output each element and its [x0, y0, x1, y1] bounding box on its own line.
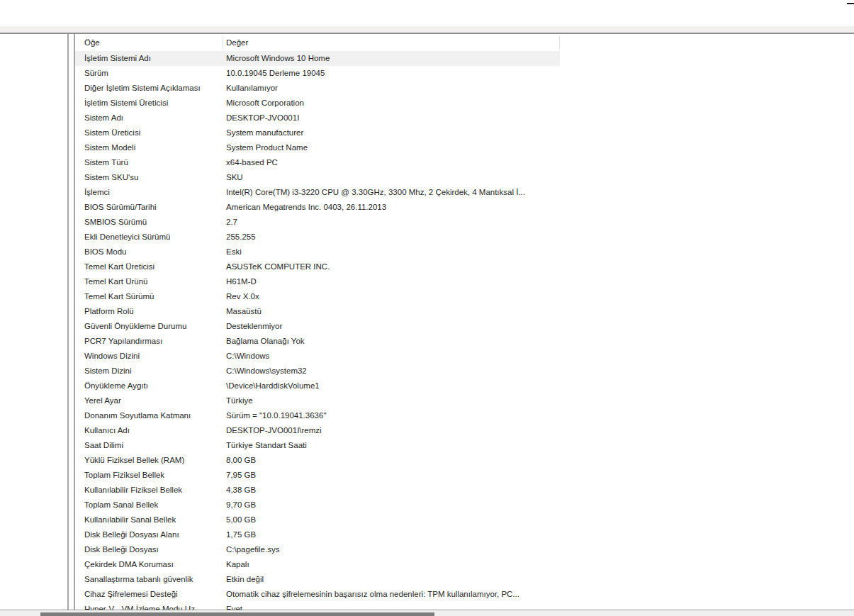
- table-row[interactable]: Sistem Üreticisi System manufacturer: [75, 125, 560, 140]
- value-cell: Kapalı: [226, 557, 249, 572]
- table-row[interactable]: Çekirdek DMA Koruması Kapalı: [75, 557, 560, 572]
- item-cell: Temel Kart Sürümü: [84, 289, 224, 304]
- value-cell: x64-based PC: [226, 155, 278, 170]
- item-cell: Kullanıcı Adı: [84, 423, 224, 438]
- column-header-value[interactable]: Değer: [226, 34, 248, 51]
- value-cell: Microsoft Windows 10 Home: [226, 51, 330, 66]
- item-cell: Sürüm: [84, 66, 224, 81]
- table-row[interactable]: Sistem SKU'su SKU: [75, 170, 560, 185]
- table-row[interactable]: Disk Belleği Dosyası C:\pagefile.sys: [75, 542, 560, 557]
- table-row[interactable]: Hyper-V - VM İzleme Modu Uz... Evet: [75, 602, 560, 610]
- item-cell: Toplam Sanal Bellek: [84, 498, 224, 513]
- system-summary-panel: Öğe Değer İşletim Sistemi Adı Microsoft …: [74, 34, 854, 610]
- value-cell: Otomatik cihaz şifrelemesinin başarısız …: [226, 587, 519, 602]
- table-row[interactable]: Önyükleme Aygıtı \Device\HarddiskVolume1: [75, 379, 560, 393]
- item-cell: Ekli Denetleyici Sürümü: [84, 230, 224, 245]
- value-cell: DESKTOP-JVO001I: [226, 111, 299, 125]
- value-cell: Masaüstü: [226, 304, 262, 319]
- value-cell: 7,95 GB: [226, 468, 256, 483]
- minimize-icon[interactable]: [847, 3, 854, 4]
- item-cell: Diğer İşletim Sistemi Açıklaması: [84, 81, 224, 96]
- table-row[interactable]: Cihaz Şifrelemesi Desteği Otomatik cihaz…: [75, 587, 560, 602]
- item-cell: Güvenli Önyükleme Durumu: [84, 319, 224, 334]
- table-row[interactable]: Temel Kart Sürümü Rev X.0x: [75, 289, 560, 304]
- item-cell: Çekirdek DMA Koruması: [84, 557, 224, 572]
- table-row[interactable]: Sistem Adı DESKTOP-JVO001I: [75, 111, 560, 125]
- item-cell: Yüklü Fiziksel Bellek (RAM): [84, 453, 224, 468]
- value-cell: Desteklenmiyor: [226, 319, 282, 334]
- item-cell: Cihaz Şifrelemesi Desteği: [84, 587, 224, 602]
- item-cell: Hyper-V - VM İzleme Modu Uz...: [84, 602, 224, 610]
- table-row[interactable]: Saat Dilimi Türkiye Standart Saati: [75, 438, 560, 453]
- value-cell: 9,70 GB: [226, 498, 256, 513]
- table-row[interactable]: PCR7 Yapılandırması Bağlama Olanağı Yok: [75, 334, 560, 349]
- item-cell: Toplam Fiziksel Bellek: [84, 468, 224, 483]
- table-row[interactable]: BIOS Modu Eski: [75, 245, 560, 259]
- value-cell: C:\Windows\system32: [226, 364, 307, 379]
- table-row[interactable]: BIOS Sürümü/Tarihi American Megatrends I…: [75, 200, 560, 215]
- table-row[interactable]: Yüklü Fiziksel Bellek (RAM) 8,00 GB: [75, 453, 560, 468]
- window-bottom-border: [0, 610, 854, 610]
- value-cell: Türkiye: [226, 393, 253, 408]
- table-row[interactable]: Windows Dizini C:\Windows: [75, 349, 560, 364]
- table-row[interactable]: Sistem Modeli System Product Name: [75, 140, 560, 155]
- panel-splitter[interactable]: [69, 34, 74, 610]
- item-cell: Önyükleme Aygıtı: [84, 379, 224, 393]
- table-row[interactable]: Sistem Türü x64-based PC: [75, 155, 560, 170]
- item-cell: Sanallaştırma tabanlı güvenlik: [84, 572, 224, 587]
- column-divider: [223, 36, 223, 50]
- table-row[interactable]: Sistem Dizini C:\Windows\system32: [75, 364, 560, 379]
- value-cell: 4,38 GB: [226, 483, 256, 498]
- table-row[interactable]: İşletim Sistemi Üreticisi Microsoft Corp…: [75, 96, 560, 111]
- table-row[interactable]: Sanallaştırma tabanlı güvenlik Etkin değ…: [75, 572, 560, 587]
- value-cell: Türkiye Standart Saati: [226, 438, 307, 453]
- toolbar-bottom-edge: [0, 26, 854, 34]
- value-cell: C:\pagefile.sys: [226, 542, 279, 557]
- scrollbar-thumb[interactable]: [40, 612, 434, 616]
- item-cell: Donanım Soyutlama Katmanı: [84, 408, 224, 423]
- item-cell: Platform Rolü: [84, 304, 224, 319]
- value-cell: Rev X.0x: [226, 289, 259, 304]
- value-cell: Microsoft Corporation: [226, 96, 304, 111]
- value-cell: H61M-D: [226, 274, 257, 289]
- table-row[interactable]: Temel Kart Ürünü H61M-D: [75, 274, 560, 289]
- value-cell: 5,00 GB: [226, 513, 256, 527]
- value-cell: C:\Windows: [226, 349, 269, 364]
- value-cell: Etkin değil: [226, 572, 264, 587]
- item-cell: Saat Dilimi: [84, 438, 224, 453]
- item-cell: SMBIOS Sürümü: [84, 215, 224, 230]
- table-row[interactable]: Toplam Sanal Bellek 9,70 GB: [75, 498, 560, 513]
- table-row[interactable]: Yerel Ayar Türkiye: [75, 393, 560, 408]
- item-cell: Kullanılabilir Sanal Bellek: [84, 513, 224, 527]
- column-header-item[interactable]: Öğe: [84, 34, 100, 51]
- item-cell: Sistem Türü: [84, 155, 224, 170]
- table-row[interactable]: Donanım Soyutlama Katmanı Sürüm = "10.0.…: [75, 408, 560, 423]
- value-cell: Intel(R) Core(TM) i3-3220 CPU @ 3.30GHz,…: [226, 185, 525, 200]
- table-row[interactable]: Kullanıcı Adı DESKTOP-JVO001I\remzi: [75, 423, 560, 438]
- item-cell: Windows Dizini: [84, 349, 224, 364]
- table-row[interactable]: Sürüm 10.0.19045 Derleme 19045: [75, 66, 560, 81]
- table-row[interactable]: Ekli Denetleyici Sürümü 255.255: [75, 230, 560, 245]
- table-row[interactable]: Diğer İşletim Sistemi Açıklaması Kullanı…: [75, 81, 560, 96]
- table-row[interactable]: Temel Kart Üreticisi ASUSTeK COMPUTER IN…: [75, 259, 560, 274]
- value-cell: 1,75 GB: [226, 527, 256, 542]
- table-row[interactable]: SMBIOS Sürümü 2.7: [75, 215, 560, 230]
- table-row[interactable]: İşlemci Intel(R) Core(TM) i3-3220 CPU @ …: [75, 185, 560, 200]
- table-row[interactable]: Toplam Fiziksel Bellek 7,95 GB: [75, 468, 560, 483]
- navigation-tree-panel[interactable]: [0, 34, 69, 610]
- item-cell: Sistem Modeli: [84, 140, 224, 155]
- table-row[interactable]: Güvenli Önyükleme Durumu Desteklenmiyor: [75, 319, 560, 334]
- value-cell: 8,00 GB: [226, 453, 256, 468]
- item-cell: Temel Kart Ürünü: [84, 274, 224, 289]
- item-cell: Disk Belleği Dosyası: [84, 542, 224, 557]
- value-cell: Evet: [226, 602, 242, 610]
- table-row[interactable]: Kullanılabilir Sanal Bellek 5,00 GB: [75, 513, 560, 527]
- table-row[interactable]: Platform Rolü Masaüstü: [75, 304, 560, 319]
- item-cell: İşletim Sistemi Üreticisi: [84, 96, 224, 111]
- value-cell: American Megatrends Inc. 0403, 26.11.201…: [226, 200, 386, 215]
- value-cell: 255.255: [226, 230, 256, 245]
- horizontal-scrollbar[interactable]: [0, 611, 854, 616]
- table-row[interactable]: Disk Belleği Dosyası Alanı 1,75 GB: [75, 527, 560, 542]
- table-row[interactable]: İşletim Sistemi Adı Microsoft Windows 10…: [75, 51, 560, 66]
- table-row[interactable]: Kullanılabilir Fiziksel Bellek 4,38 GB: [75, 483, 560, 498]
